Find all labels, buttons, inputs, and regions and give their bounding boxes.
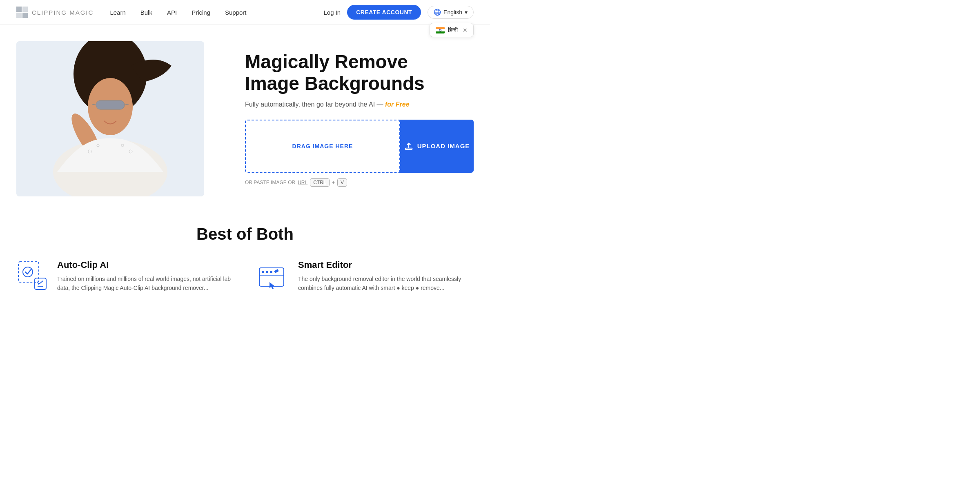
nav-support[interactable]: Support [225,9,247,16]
logo[interactable]: CLIPPING MAGIC [16,7,94,18]
svg-rect-26 [259,268,284,286]
smart-editor-icon-box [257,260,290,292]
drag-zone-label: DRAG IMAGE HERE [292,143,353,149]
hindi-label: हिन्दी [448,27,458,33]
language-dropdown: हिन्दी ✕ [430,23,474,37]
language-label: English [443,9,462,16]
hero-image [16,41,204,196]
auto-clip-icon [16,260,49,292]
feature-smart-editor: Smart Editor The only background removal… [257,260,474,293]
best-of-both-section: Best of Both Auto-Clip AI Trained on mil… [0,205,490,301]
hindi-flag [436,27,445,33]
nav-pricing[interactable]: Pricing [192,9,210,16]
url-link[interactable]: URL [298,180,307,185]
smart-editor-description: The only background removal editor in th… [298,274,474,293]
best-section-title: Best of Both [16,225,474,243]
ctrl-key-badge: CTRL [310,178,329,187]
drag-drop-zone[interactable]: DRAG IMAGE HERE [245,120,400,173]
svg-rect-30 [274,269,279,273]
svg-point-23 [23,267,33,277]
hero-subtitle: Fully automatically, then go far beyond … [245,101,474,108]
svg-rect-24 [35,278,46,290]
svg-rect-21 [405,148,412,149]
main-nav: Learn Bulk API Pricing Support [110,9,246,16]
smart-editor-text: Smart Editor The only background removal… [298,260,474,293]
auto-clip-text: Auto-Clip AI Trained on millions and mil… [57,260,233,293]
hero-section: Magically Remove Image Backgrounds Fully… [0,25,490,205]
header-left: CLIPPING MAGIC Learn Bulk API Pricing Su… [16,7,247,18]
svg-rect-0 [16,7,22,12]
svg-point-28 [266,271,268,273]
upload-label: UPLOAD IMAGE [417,143,470,149]
svg-point-27 [262,271,264,273]
smart-editor-icon [257,260,290,292]
upload-area: DRAG IMAGE HERE UPLOAD IMAGE [245,120,474,173]
login-button[interactable]: Log In [323,9,341,16]
paste-hint: OR PASTE IMAGE OR URL CTRL + V [245,178,474,187]
nav-api[interactable]: API [167,9,177,16]
svg-rect-2 [16,13,22,18]
svg-marker-31 [270,282,275,289]
language-selector[interactable]: English ▾ [428,6,474,19]
hero-illustration [16,41,204,196]
smart-editor-heading: Smart Editor [298,260,474,270]
hero-content: Magically Remove Image Backgrounds Fully… [220,51,474,187]
svg-point-29 [270,271,272,273]
nav-learn[interactable]: Learn [110,9,125,16]
nav-bulk[interactable]: Bulk [140,9,152,16]
feature-auto-clip: Auto-Clip AI Trained on millions and mil… [16,260,233,293]
hero-title: Magically Remove Image Backgrounds [245,51,474,94]
upload-icon [404,142,413,151]
logo-text: CLIPPING MAGIC [32,9,94,16]
globe-icon [434,9,441,16]
close-language-button[interactable]: ✕ [463,27,468,33]
upload-image-button[interactable]: UPLOAD IMAGE [400,120,474,173]
create-account-button[interactable]: CREATE ACCOUNT [347,5,421,20]
svg-rect-13 [96,100,125,109]
svg-rect-1 [22,7,28,12]
chevron-down-icon: ▾ [465,9,468,16]
hero-image-area [16,41,220,196]
header: CLIPPING MAGIC Learn Bulk API Pricing Su… [0,0,490,25]
auto-clip-icon-box [16,260,49,292]
features-grid: Auto-Clip AI Trained on millions and mil… [16,260,474,293]
header-right: Log In CREATE ACCOUNT English ▾ हिन्दी ✕ [323,5,474,20]
svg-rect-3 [22,13,28,18]
auto-clip-heading: Auto-Clip AI [57,260,233,270]
auto-clip-description: Trained on millions and millions of real… [57,274,233,293]
v-key-badge: V [337,178,347,187]
logo-icon [16,7,28,18]
